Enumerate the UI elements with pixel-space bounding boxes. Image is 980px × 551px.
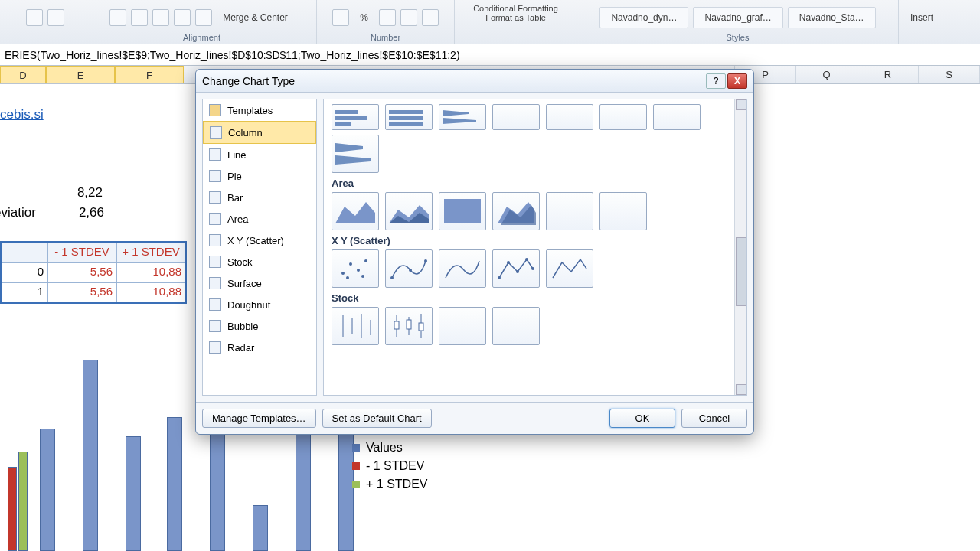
stock-subtype-3[interactable] <box>439 307 486 345</box>
align-left-icon[interactable] <box>109 9 126 26</box>
gallery-scrollbar[interactable] <box>734 99 746 395</box>
doughnut-icon <box>209 298 221 311</box>
area-subtype-5[interactable] <box>546 192 593 230</box>
dialog-title: Change Chart Type <box>202 75 295 87</box>
col-F[interactable]: F <box>115 66 184 83</box>
scroll-thumb[interactable] <box>736 237 746 306</box>
bar-subtype-3[interactable] <box>439 104 486 130</box>
svg-point-17 <box>349 262 352 266</box>
bar-subtype-6[interactable] <box>599 104 647 130</box>
cell-style-1[interactable]: Navadno_dyn… <box>599 7 688 28</box>
increase-decimal-icon[interactable] <box>400 9 417 26</box>
svg-point-16 <box>341 272 345 275</box>
area-subtype-6[interactable] <box>599 192 647 230</box>
svg-point-19 <box>364 259 368 262</box>
indent-inc-icon[interactable] <box>195 9 212 26</box>
section-scatter: X Y (Scatter) <box>332 235 739 246</box>
bar-subtype-7[interactable] <box>653 104 701 130</box>
svg-point-27 <box>516 270 519 273</box>
svg-rect-3 <box>389 110 423 114</box>
category-pie[interactable]: Pie <box>203 165 316 187</box>
svg-point-22 <box>390 276 394 279</box>
dialog-titlebar[interactable]: Change Chart Type ? X <box>196 70 753 93</box>
hyperlink-cell[interactable]: cebis.si <box>0 107 44 122</box>
scatter-subtype-4[interactable] <box>492 249 540 288</box>
svg-point-29 <box>531 267 534 270</box>
stock-subtype-4[interactable] <box>492 307 540 345</box>
merge-center-button[interactable]: Merge & Center <box>217 9 294 26</box>
selected-range[interactable]: - 1 STDEV + 1 STDEV 0 5,56 10,88 1 5,56 … <box>0 241 187 304</box>
col-D[interactable]: D <box>0 66 46 83</box>
cell-style-2[interactable]: Navadno_graf… <box>693 7 782 28</box>
area-subtype-4[interactable] <box>492 192 540 230</box>
manage-templates-button[interactable]: Manage Templates… <box>202 409 316 428</box>
font-button[interactable] <box>47 9 64 26</box>
scatter-subtype-5[interactable] <box>546 249 593 288</box>
svg-point-26 <box>507 261 510 264</box>
col-R[interactable]: R <box>858 66 919 83</box>
chart-subtype-gallery: Area X Y (Scatter) Stock <box>323 99 747 396</box>
col-E[interactable]: E <box>46 66 115 83</box>
cancel-button[interactable]: Cancel <box>681 409 747 428</box>
area-icon <box>209 213 221 225</box>
close-button[interactable]: X <box>727 73 747 89</box>
legend-swatch-values <box>352 444 360 452</box>
cell-value-1[interactable]: 8,22 <box>46 185 107 201</box>
area-subtype-2[interactable] <box>385 192 433 230</box>
category-stock[interactable]: Stock <box>203 251 316 272</box>
currency-icon[interactable] <box>332 9 349 26</box>
help-button[interactable]: ? <box>706 73 726 89</box>
scatter-subtype-1[interactable] <box>332 249 379 288</box>
radar-icon <box>209 341 221 354</box>
scroll-up-icon[interactable] <box>736 99 746 110</box>
area-subtype-1[interactable] <box>332 192 379 230</box>
area-subtype-3[interactable] <box>439 192 486 230</box>
bar-subtype-2[interactable] <box>385 104 433 130</box>
svg-rect-39 <box>419 323 423 331</box>
category-surface[interactable]: Surface <box>203 272 316 294</box>
svg-marker-10 <box>335 202 375 223</box>
conditional-formatting-button[interactable]: Conditional Formatting <box>473 4 558 13</box>
cell-value-2[interactable]: 2,66 <box>47 205 109 220</box>
decrease-decimal-icon[interactable] <box>422 9 439 26</box>
category-line[interactable]: Line <box>203 144 316 165</box>
set-default-chart-button[interactable]: Set as Default Chart <box>322 409 432 428</box>
category-area[interactable]: Area <box>203 208 316 230</box>
category-doughnut[interactable]: Doughnut <box>203 294 316 315</box>
bar-subtype-4[interactable] <box>492 104 540 130</box>
align-right-icon[interactable] <box>152 9 169 26</box>
category-scatter[interactable]: X Y (Scatter) <box>203 230 316 251</box>
bar-subtype-1[interactable] <box>332 104 379 130</box>
svg-point-21 <box>361 275 364 278</box>
bar-subtype-5[interactable] <box>546 104 593 130</box>
column-icon <box>210 126 222 139</box>
chart-category-list: Templates Column Line Pie Bar Area X Y (… <box>202 99 317 396</box>
stock-subtype-1[interactable] <box>332 307 379 345</box>
scatter-subtype-3[interactable] <box>439 249 486 288</box>
svg-rect-4 <box>389 116 423 120</box>
category-bubble[interactable]: Bubble <box>203 315 316 337</box>
bar-subtype-8[interactable] <box>332 135 379 173</box>
font-color-icon[interactable] <box>26 9 43 26</box>
percent-button[interactable]: % <box>354 9 374 26</box>
indent-dec-icon[interactable] <box>174 9 191 26</box>
align-center-icon[interactable] <box>131 9 148 26</box>
stock-subtype-2[interactable] <box>385 307 433 345</box>
comma-icon[interactable] <box>379 9 396 26</box>
ok-button[interactable]: OK <box>609 409 675 428</box>
scatter-subtype-2[interactable] <box>385 249 433 288</box>
col-S[interactable]: S <box>919 66 980 83</box>
category-templates[interactable]: Templates <box>203 99 316 121</box>
table-r1-c2: 10,88 <box>116 262 185 282</box>
category-bar[interactable]: Bar <box>203 187 316 208</box>
category-radar[interactable]: Radar <box>203 337 316 358</box>
col-Q[interactable]: Q <box>796 66 858 83</box>
category-column[interactable]: Column <box>203 121 316 144</box>
insert-button[interactable]: Insert <box>904 9 939 26</box>
cell-style-3[interactable]: Navadno_Sta… <box>788 7 876 28</box>
cell-deviation-label[interactable]: eviatior <box>0 205 47 220</box>
table-hdr-plus: + 1 STDEV <box>116 243 185 262</box>
scroll-down-icon[interactable] <box>736 384 746 395</box>
format-as-table-button[interactable]: Format as Table <box>485 13 546 22</box>
formula-bar[interactable]: ERIES(Two_Horiz_lines!$E$9;Two_Horiz_lin… <box>0 44 980 66</box>
